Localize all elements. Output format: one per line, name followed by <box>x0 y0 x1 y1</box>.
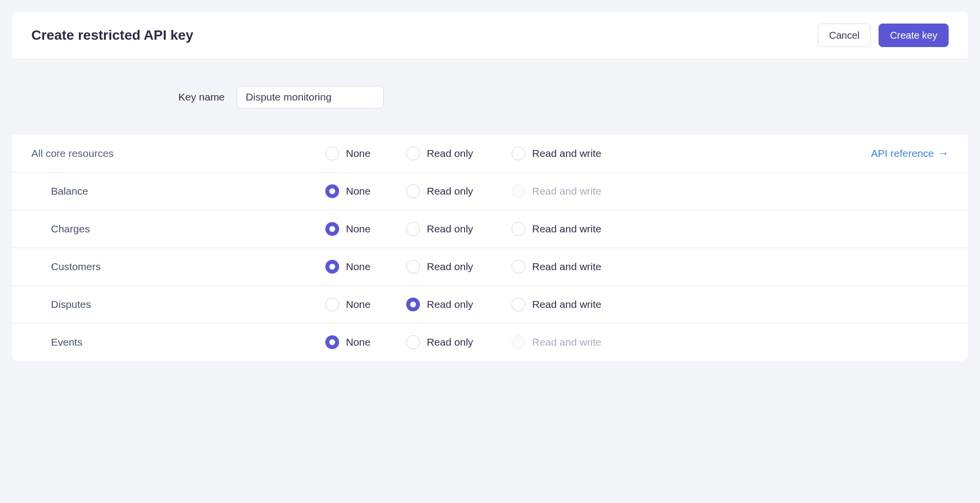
radio-balance-none[interactable] <box>325 184 339 198</box>
arrow-right-icon: → <box>938 148 949 159</box>
resource-label: Balance <box>31 185 325 197</box>
key-name-section: Key name <box>12 59 968 135</box>
radio-balance-write <box>512 184 525 198</box>
radio-charges-none[interactable] <box>325 222 339 236</box>
radio-label-none: None <box>346 261 370 273</box>
radio-label-write: Read and write <box>532 185 601 197</box>
permission-row-disputes: Disputes None Read only Read and write <box>12 286 968 324</box>
radio-balance-read[interactable] <box>406 184 420 198</box>
permission-row-balance: Balance None Read only Read and write <box>12 173 968 210</box>
radio-all-write[interactable] <box>512 147 525 160</box>
radio-label-read: Read only <box>427 261 473 273</box>
radio-all-none[interactable] <box>325 147 339 160</box>
radio-label-none: None <box>346 223 370 235</box>
radio-disputes-read[interactable] <box>406 298 420 311</box>
all-core-resources-label: All core resources <box>31 148 325 159</box>
radio-charges-write[interactable] <box>512 222 525 236</box>
radio-customers-write[interactable] <box>512 260 525 274</box>
radio-label-none: None <box>346 148 370 159</box>
create-api-key-card: Create restricted API key Cancel Create … <box>12 12 968 361</box>
radio-label-read: Read only <box>427 185 473 197</box>
permissions-header-row: All core resources None Read only Read a… <box>12 135 968 173</box>
permission-row-charges: Charges None Read only Read and write <box>12 210 968 248</box>
radio-events-write <box>512 335 525 349</box>
radio-events-none[interactable] <box>325 335 339 349</box>
radio-label-read: Read only <box>427 223 473 235</box>
radio-events-read[interactable] <box>406 335 420 349</box>
radio-label-none: None <box>346 299 370 310</box>
radio-disputes-write[interactable] <box>512 298 525 311</box>
radio-label-write: Read and write <box>532 299 601 310</box>
resource-label: Customers <box>31 261 325 273</box>
create-key-button[interactable]: Create key <box>879 24 949 47</box>
header-actions: Cancel Create key <box>818 24 949 47</box>
radio-label-read: Read only <box>427 148 473 159</box>
radio-customers-none[interactable] <box>325 260 339 274</box>
resource-label: Disputes <box>31 299 325 310</box>
key-name-label: Key name <box>178 91 225 103</box>
radio-label-read: Read only <box>427 336 473 348</box>
radio-all-read[interactable] <box>406 147 420 160</box>
radio-label-write: Read and write <box>532 261 601 273</box>
permission-row-events: Events None Read only Read and write <box>12 324 968 361</box>
key-name-input[interactable] <box>237 86 384 108</box>
api-reference-link[interactable]: API reference → <box>871 148 949 159</box>
cancel-button[interactable]: Cancel <box>818 24 871 47</box>
page-title: Create restricted API key <box>31 27 193 43</box>
resource-label: Events <box>31 336 325 348</box>
radio-disputes-none[interactable] <box>325 298 339 311</box>
api-reference-label: API reference <box>871 148 934 159</box>
card-header: Create restricted API key Cancel Create … <box>12 12 968 59</box>
radio-label-none: None <box>346 185 370 197</box>
resource-label: Charges <box>31 223 325 235</box>
radio-customers-read[interactable] <box>406 260 420 274</box>
radio-label-write: Read and write <box>532 223 601 235</box>
permissions-table: All core resources None Read only Read a… <box>12 135 968 361</box>
permission-row-customers: Customers None Read only Read and write <box>12 248 968 286</box>
radio-label-write: Read and write <box>532 336 601 348</box>
radio-label-write: Read and write <box>532 148 601 159</box>
radio-label-none: None <box>346 336 370 348</box>
radio-label-read: Read only <box>427 299 473 310</box>
radio-charges-read[interactable] <box>406 222 420 236</box>
